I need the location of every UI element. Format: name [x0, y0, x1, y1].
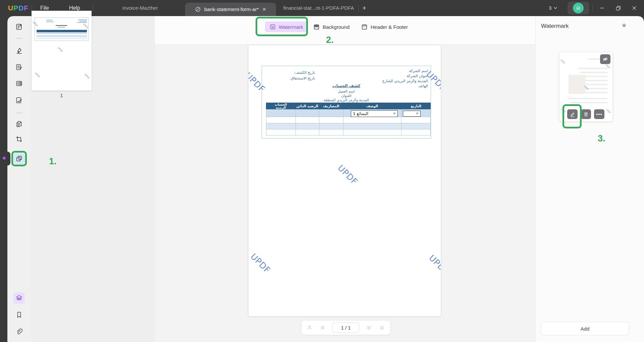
tab-financial-statement[interactable]: financial-stat...nt-1-PDFA-PDFA [282, 0, 356, 16]
page-navigation-bar: 1 / 1 [301, 320, 390, 335]
header-footer-icon [361, 24, 368, 30]
sidebar-item-fill-sign[interactable] [13, 95, 25, 106]
thumb-watermark: UPDF [57, 47, 63, 53]
restore-button[interactable] [610, 0, 626, 16]
rail-divider [16, 113, 22, 113]
edit-watermark-button[interactable] [567, 109, 578, 119]
purple-dot-indicator [3, 157, 6, 160]
minimize-button[interactable] [594, 0, 610, 16]
logo-letter: F [24, 4, 29, 12]
sidebar-item-pages[interactable] [13, 118, 25, 130]
logo-letter: U [8, 4, 13, 12]
add-watermark-button[interactable]: Add [541, 322, 629, 335]
titlebar-divider [592, 5, 593, 11]
table-row [266, 117, 431, 123]
highlighter-icon [15, 47, 23, 55]
hide-watermark-button[interactable] [600, 54, 610, 64]
statement-form: اسم الشركة عنوان الشركة المدينة والرمز ا… [262, 66, 431, 138]
sidebar-item-organize-pages[interactable] [13, 78, 25, 89]
first-page-icon [306, 324, 313, 331]
toolbar-background-button[interactable]: Background [313, 21, 350, 32]
page-indicator[interactable]: 1 / 1 [332, 323, 359, 333]
titlebar-divider [358, 5, 359, 11]
titlebar-divider [32, 5, 32, 11]
date-dropdown[interactable] [403, 111, 421, 117]
account-button[interactable]: R [568, 2, 589, 14]
sidebar-item-crop[interactable] [13, 133, 25, 145]
tab-count-value: 3 [549, 0, 551, 16]
col-header-date: التاريخ [401, 103, 431, 109]
trash-icon [583, 112, 589, 117]
last-page-icon [379, 324, 385, 331]
page-watermark: UPDF [249, 251, 272, 275]
statement-table: التاريخ الوصف المصاريف الرصيد الدائن الح… [266, 103, 431, 135]
logo-letter: P [13, 4, 18, 12]
next-page-button[interactable] [366, 324, 372, 331]
sidebar-item-attachments[interactable] [13, 326, 25, 337]
sidebar-item-watermark-tools[interactable] [13, 153, 25, 164]
tab-count-dropdown[interactable]: 3 [549, 0, 557, 16]
tab-label: bank-statement-form-ar* [204, 3, 259, 16]
pdf-page[interactable]: اسم الشركة عنوان الشركة المدينة والرمز ا… [249, 45, 441, 316]
bookmark-icon [15, 311, 23, 319]
sidebar-item-layers[interactable] [13, 292, 25, 304]
table-row [266, 123, 431, 129]
close-button[interactable] [627, 0, 642, 16]
annotation-step-1: 1. [49, 156, 57, 167]
page-thumbnail[interactable]: UPDF UPDF UPDF UPDF UPDF [32, 11, 92, 91]
minimize-icon [600, 6, 604, 10]
updf-window: UPDF File Help invoice-Mazther bank-stat… [0, 0, 644, 342]
titlebar-divider [93, 5, 93, 11]
toolbar-header-footer-label: Header & Footer [371, 24, 408, 30]
watermark-icon [270, 24, 276, 30]
avatar: R [573, 3, 584, 13]
sidebar-item-reader[interactable] [13, 21, 25, 33]
updf-logo: UPDF [8, 4, 29, 12]
first-page-button[interactable] [306, 324, 313, 331]
tab-bank-statement-active[interactable]: bank-statement-form-ar* ✕ [185, 3, 276, 16]
window-corner [7, 16, 13, 21]
next-page-icon [366, 324, 372, 331]
previous-page-button[interactable] [319, 324, 326, 331]
dropdown-arrow-icon [416, 113, 419, 115]
window-frame-strip [0, 16, 7, 342]
col-header-expenses: المصاريف [319, 103, 343, 109]
annotation-step-3: 3. [598, 133, 605, 144]
preview-watermark: UPDF [560, 59, 566, 64]
eye-off-icon [602, 56, 608, 62]
title-bar: UPDF File Help invoice-Mazther bank-stat… [0, 0, 644, 16]
description-dropdown[interactable]: البضائع 1 [351, 110, 398, 117]
close-icon [632, 6, 637, 10]
thumbnail-page-number: 1 [32, 93, 92, 98]
tab-invoice-mazther[interactable]: invoice-Mazther [101, 0, 180, 16]
table-row [266, 129, 431, 135]
chevron-down-icon [553, 7, 557, 9]
dropdown-arrow-icon [393, 113, 396, 115]
organize-pages-icon [15, 80, 23, 87]
table-header-row: التاريخ الوصف المصاريف الرصيد الدائن الح… [266, 103, 431, 109]
col-header-description: الوصف [343, 103, 401, 109]
col-header-account: الحساب الرصيد [266, 103, 296, 109]
crop-icon [15, 135, 23, 143]
toolbar-watermark-label: Watermark [279, 24, 303, 30]
pencil-icon [570, 112, 575, 117]
sidebar-item-edit-pdf[interactable] [13, 61, 25, 73]
tab-close-icon[interactable]: ✕ [262, 3, 266, 16]
ellipsis-icon: ••• [596, 111, 602, 117]
logo-letter: D [18, 4, 24, 12]
more-options-button[interactable]: ••• [594, 109, 604, 119]
sidebar-item-comment[interactable] [13, 45, 25, 56]
date-labels-block: تاريخ الكشف: تاريخ الاستحقاق: [283, 70, 315, 81]
toolbar-header-footer-button[interactable]: Header & Footer [361, 21, 408, 32]
fill-sign-icon [15, 97, 23, 104]
layers-icon [15, 294, 23, 302]
page-watermark: UPDF [336, 163, 360, 187]
delete-watermark-button[interactable] [581, 109, 591, 119]
new-tab-button[interactable]: + [362, 4, 366, 12]
reader-book-icon [15, 23, 23, 31]
sidebar-item-bookmarks[interactable] [13, 309, 25, 321]
last-page-button[interactable] [379, 324, 385, 331]
favorite-star-icon[interactable]: ★ [621, 21, 627, 29]
dropdown-value: البضائع 1 [353, 111, 368, 116]
toolbar-watermark-button[interactable]: Watermark [265, 21, 308, 32]
